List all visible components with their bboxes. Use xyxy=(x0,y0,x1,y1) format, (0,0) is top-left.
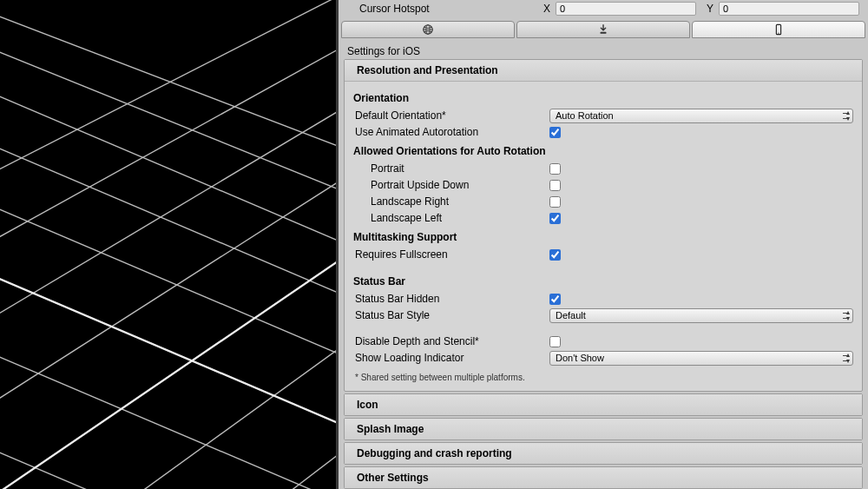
section-splash-image: Splash Image xyxy=(344,418,863,440)
orientation-heading: Orientation xyxy=(353,92,853,104)
cursor-hotspot-row: Cursor Hotspot X Y xyxy=(339,0,868,21)
allowed-orientations-heading: Allowed Orientations for Auto Rotation xyxy=(353,145,853,157)
portrait-upside-down-label: Portrait Upside Down xyxy=(353,179,549,191)
download-icon xyxy=(597,23,609,36)
section-other-settings: Other Settings xyxy=(344,466,863,489)
disable-depth-stencil-label: Disable Depth and Stencil* xyxy=(353,335,549,347)
y-label: Y xyxy=(701,3,713,15)
section-icon: Icon xyxy=(344,393,863,416)
use-animated-autorotation-label: Use Animated Autorotation xyxy=(353,126,549,138)
globe-icon xyxy=(422,23,434,36)
cursor-hotspot-x-input[interactable] xyxy=(556,2,696,16)
platform-tabs xyxy=(339,21,868,38)
tab-ios[interactable] xyxy=(692,21,865,38)
section-header-other[interactable]: Other Settings xyxy=(345,467,862,488)
section-debugging: Debugging and crash reporting xyxy=(344,442,863,465)
portrait-label: Portrait xyxy=(353,162,549,175)
status-bar-heading: Status Bar xyxy=(353,275,853,287)
section-header-debugging[interactable]: Debugging and crash reporting xyxy=(345,443,862,464)
disable-depth-stencil-checkbox[interactable] xyxy=(549,336,561,347)
default-orientation-label: Default Orientation* xyxy=(353,109,549,122)
status-bar-style-label: Status Bar Style xyxy=(353,309,549,321)
section-header-icon[interactable]: Icon xyxy=(345,394,862,415)
section-header-splash[interactable]: Splash Image xyxy=(345,419,862,439)
landscape-left-checkbox[interactable] xyxy=(549,213,561,224)
loading-indicator-label: Show Loading Indicator xyxy=(353,352,549,364)
tab-downloadable[interactable] xyxy=(516,21,690,38)
multitasking-heading: Multitasking Support xyxy=(353,231,853,243)
status-bar-hidden-checkbox[interactable] xyxy=(549,294,561,305)
phone-icon xyxy=(773,23,785,36)
cursor-hotspot-y-input[interactable] xyxy=(719,2,859,16)
use-animated-autorotation-checkbox[interactable] xyxy=(549,127,561,138)
landscape-right-label: Landscape Right xyxy=(353,195,549,208)
inspector-panel: Cursor Hotspot X Y Settings for iOS Reso… xyxy=(339,0,868,489)
landscape-left-label: Landscape Left xyxy=(353,212,549,224)
svg-point-23 xyxy=(778,32,779,33)
cursor-hotspot-label: Cursor Hotspot xyxy=(359,3,533,15)
tab-standalone[interactable] xyxy=(341,21,515,38)
status-bar-hidden-label: Status Bar Hidden xyxy=(353,293,549,305)
portrait-checkbox[interactable] xyxy=(549,163,561,175)
requires-fullscreen-label: Requires Fullscreen xyxy=(353,248,549,261)
portrait-upside-down-checkbox[interactable] xyxy=(549,180,561,191)
scene-viewport[interactable] xyxy=(0,0,339,489)
loading-indicator-select[interactable]: Don't Show xyxy=(549,351,853,366)
svg-rect-21 xyxy=(601,32,607,34)
status-bar-style-select[interactable]: Default xyxy=(549,308,853,323)
default-orientation-select[interactable]: Auto Rotation xyxy=(549,109,853,123)
section-header-resolution[interactable]: Resolution and Presentation xyxy=(345,60,862,82)
shared-setting-footnote: * Shared setting between multiple platfo… xyxy=(353,373,853,382)
grid-plane xyxy=(0,0,339,489)
x-label: X xyxy=(538,3,550,15)
landscape-right-checkbox[interactable] xyxy=(549,196,561,208)
platform-title: Settings for iOS xyxy=(344,42,863,59)
requires-fullscreen-checkbox[interactable] xyxy=(549,249,561,261)
section-resolution-presentation: Resolution and Presentation Orientation … xyxy=(344,59,863,392)
